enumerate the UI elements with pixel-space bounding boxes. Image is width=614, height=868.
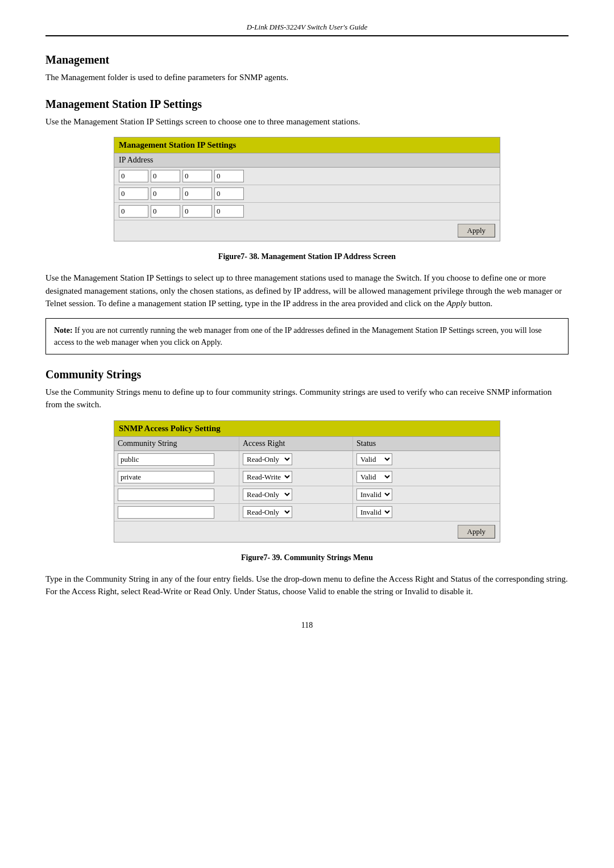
snmp-row2-community: [114, 469, 239, 486]
ip2-oct2[interactable]: [151, 187, 180, 200]
management-station-heading: Management Station IP Settings: [45, 98, 569, 111]
management-description: The Management folder is used to define …: [45, 71, 569, 84]
snmp-community-input-2[interactable]: [118, 471, 214, 483]
management-station-description: Use the Management Station IP Settings s…: [45, 115, 569, 128]
snmp-row4-community: [114, 504, 239, 521]
ip3-oct1[interactable]: [119, 205, 148, 218]
mgmt-body-text-end: button.: [467, 299, 493, 308]
snmp-table: SNMP Access Policy Setting Community Str…: [114, 420, 500, 542]
snmp-apply-row: Apply: [114, 521, 500, 542]
snmp-row3-community: [114, 486, 239, 503]
ip1-oct2[interactable]: [151, 170, 180, 182]
snmp-community-input-4[interactable]: [118, 506, 214, 519]
mgmt-col-header: IP Address: [114, 153, 500, 168]
snmp-row3-access: Read-Only Read-Write: [239, 486, 353, 503]
ip3-oct3[interactable]: [182, 205, 212, 218]
page-number: 118: [45, 621, 569, 630]
snmp-community-input-1[interactable]: [118, 453, 214, 466]
snmp-access-select-4[interactable]: Read-Only Read-Write: [243, 506, 292, 518]
fig39-caption: Figure7- 39. Community Strings Menu: [45, 552, 569, 564]
mgmt-apply-row: Apply: [114, 220, 500, 241]
snmp-row1-community: [114, 451, 239, 468]
note-box: Note: If you are not currently running t…: [45, 318, 569, 354]
snmp-row-4: Read-Only Read-Write Valid Invalid: [114, 504, 500, 521]
mgmt-row-1: [114, 168, 500, 185]
snmp-col-community: Community String: [114, 437, 239, 450]
mgmt-body-text-italic: Apply: [447, 299, 467, 308]
ip1-oct1[interactable]: [119, 170, 148, 182]
ip3-oct2[interactable]: [151, 205, 180, 218]
snmp-status-select-1[interactable]: Valid Invalid: [356, 453, 392, 465]
snmp-row1-access: Read-Only Read-Write: [239, 451, 353, 468]
snmp-access-select-2[interactable]: Read-Only Read-Write: [243, 471, 292, 483]
snmp-status-select-3[interactable]: Valid Invalid: [356, 489, 392, 500]
snmp-row-1: Read-Only Read-Write Valid Invalid: [114, 451, 500, 469]
snmp-row4-access: Read-Only Read-Write: [239, 504, 353, 521]
snmp-row1-status: Valid Invalid: [353, 451, 433, 468]
ip2-oct3[interactable]: [182, 187, 212, 200]
ip2-oct4[interactable]: [214, 187, 244, 200]
snmp-col-headers: Community String Access Right Status: [114, 436, 500, 451]
community-body-text: Type in the Community String in any of t…: [45, 573, 569, 598]
snmp-row3-status: Valid Invalid: [353, 486, 433, 503]
community-strings-description: Use the Community Strings menu to define…: [45, 386, 569, 411]
snmp-col-access: Access Right: [239, 437, 353, 450]
management-heading: Management: [45, 53, 569, 66]
mgmt-row-3: [114, 203, 500, 220]
snmp-row4-status: Valid Invalid: [353, 504, 433, 521]
snmp-access-select-3[interactable]: Read-Only Read-Write: [243, 489, 292, 500]
doc-header: D-Link DHS-3224V Switch User's Guide: [45, 23, 569, 36]
snmp-row2-status: Valid Invalid: [353, 469, 433, 486]
note-bold: Note:: [54, 326, 73, 335]
mgmt-apply-button[interactable]: Apply: [458, 224, 496, 237]
ip2-oct1[interactable]: [119, 187, 148, 200]
snmp-status-select-4[interactable]: Valid Invalid: [356, 506, 392, 518]
snmp-row-2: Read-Only Read-Write Valid Invalid: [114, 469, 500, 486]
snmp-row2-access: Read-Only Read-Write: [239, 469, 353, 486]
snmp-row-3: Read-Only Read-Write Valid Invalid: [114, 486, 500, 504]
community-strings-heading: Community Strings: [45, 368, 569, 381]
snmp-table-title: SNMP Access Policy Setting: [114, 421, 500, 436]
doc-title: D-Link DHS-3224V Switch User's Guide: [247, 23, 368, 31]
ip1-oct4[interactable]: [214, 170, 244, 182]
snmp-access-select-1[interactable]: Read-Only Read-Write: [243, 453, 292, 465]
ip3-oct4[interactable]: [214, 205, 244, 218]
snmp-col-status: Status: [353, 437, 433, 450]
mgmt-body-text: Use the Management Station IP Settings t…: [45, 272, 569, 310]
snmp-status-select-2[interactable]: Valid Invalid: [356, 471, 392, 483]
snmp-community-input-3[interactable]: [118, 489, 214, 501]
snmp-apply-button[interactable]: Apply: [458, 525, 496, 539]
note-text: If you are not currently running the web…: [54, 326, 542, 347]
management-station-table: Management Station IP Settings IP Addres…: [114, 137, 500, 241]
fig38-caption: Figure7- 38. Management Station IP Addre…: [45, 251, 569, 262]
mgmt-row-2: [114, 185, 500, 203]
ip1-oct3[interactable]: [182, 170, 212, 182]
mgmt-table-title: Management Station IP Settings: [114, 137, 500, 153]
